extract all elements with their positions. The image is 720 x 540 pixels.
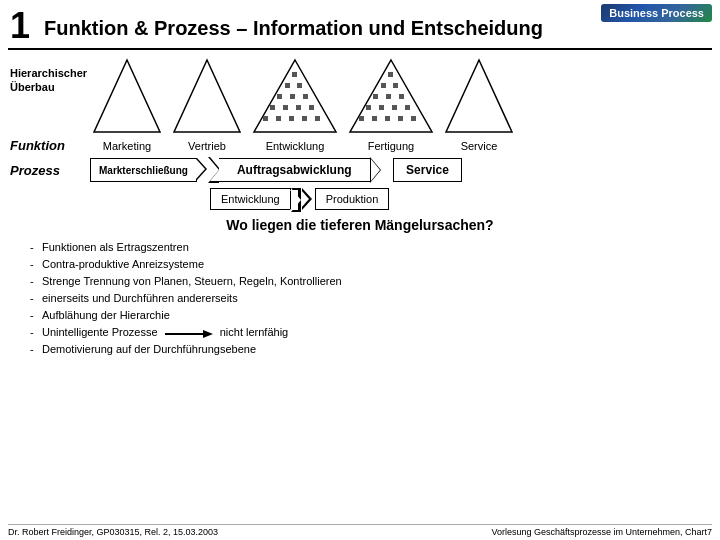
svg-rect-10: [270, 105, 275, 110]
bullets-list: Funktionen als Ertragszentren Contra-pro…: [10, 239, 710, 358]
svg-rect-29: [392, 105, 397, 110]
svg-marker-38: [203, 330, 213, 338]
svg-rect-14: [263, 116, 268, 121]
svg-rect-34: [398, 116, 403, 121]
funktion-row: Funktion Marketing Vertrieb Entwicklung …: [10, 138, 710, 153]
svg-rect-32: [372, 116, 377, 121]
prozess-boxes: Markterschließung Auftragsabwicklung: [90, 157, 710, 183]
prozess-sub-row: Entwicklung Produktion: [90, 187, 710, 211]
prozess-row: Prozess Markterschließung Auftragsabwick…: [10, 157, 710, 183]
svg-rect-13: [309, 105, 314, 110]
svg-rect-24: [373, 94, 378, 99]
funktion-item-service: Service: [442, 140, 516, 152]
arrow-line-icon: [165, 328, 213, 340]
svg-rect-35: [411, 116, 416, 121]
tri-vertrieb: [170, 56, 244, 136]
svg-rect-25: [386, 94, 391, 99]
tri-entwicklung: [250, 56, 340, 136]
svg-rect-4: [292, 72, 297, 77]
service-box: Service: [393, 158, 462, 182]
svg-marker-1: [174, 60, 240, 132]
funktion-items: Marketing Vertrieb Entwicklung Fertigung…: [90, 140, 710, 152]
divider: [8, 48, 712, 50]
svg-rect-16: [289, 116, 294, 121]
svg-rect-26: [399, 94, 404, 99]
svg-rect-33: [385, 116, 390, 121]
triangle-svg-fertigung: [346, 56, 436, 136]
tri-service: [442, 56, 516, 136]
funktion-item-vertrieb: Vertrieb: [170, 140, 244, 152]
bullet-1: Funktionen als Ertragszentren: [30, 239, 710, 256]
triangle-svg-vertrieb: [170, 56, 244, 136]
tri-fertigung: [346, 56, 436, 136]
prozess-label: Prozess: [10, 163, 90, 178]
svg-rect-11: [283, 105, 288, 110]
triangle-svg-entwicklung: [250, 56, 340, 136]
produktion-label: Produktion: [326, 193, 379, 205]
dot-pattern-fertigung: [359, 72, 416, 121]
question-line: Wo liegen die tieferen Mängelursachen?: [10, 217, 710, 233]
triangle-svg-marketing: [90, 56, 164, 136]
dot-pattern-entwicklung: [263, 72, 320, 121]
bullet-3: Strenge Trennung von Planen, Steuern, Re…: [30, 273, 710, 290]
svg-rect-22: [381, 83, 386, 88]
tri-marketing: [90, 56, 164, 136]
funktion-item-marketing: Marketing: [90, 140, 164, 152]
footer: Dr. Robert Freidinger, GP030315, Rel. 2,…: [8, 524, 712, 537]
footer-left: Dr. Robert Freidinger, GP030315, Rel. 2,…: [8, 527, 218, 537]
auftragsabwicklung-label: Auftragsabwicklung: [237, 163, 352, 177]
bullet-4: einerseits und Durchführen andererseits: [30, 290, 710, 307]
footer-right: Vorlesung Geschäftsprozesse im Unternehm…: [491, 527, 712, 537]
svg-rect-31: [359, 116, 364, 121]
svg-rect-9: [303, 94, 308, 99]
bullet-7: Demotivierung auf der Durchführungsebene: [30, 341, 710, 358]
slide-number: 1: [10, 8, 30, 44]
auftragsabwicklung-box: Auftragsabwicklung: [209, 157, 381, 183]
funktion-label: Funktion: [10, 138, 90, 153]
svg-rect-27: [366, 105, 371, 110]
bullet-6: Unintelligente Prozesse nicht lernfähig: [30, 324, 710, 341]
svg-rect-23: [393, 83, 398, 88]
svg-rect-5: [285, 83, 290, 88]
entwicklung-sub-label: Entwicklung: [221, 193, 280, 205]
svg-rect-18: [315, 116, 320, 121]
triangles-row: [90, 56, 710, 136]
triangle-svg-service: [442, 56, 516, 136]
funktion-item-fertigung: Fertigung: [346, 140, 436, 152]
svg-rect-30: [405, 105, 410, 110]
svg-rect-17: [302, 116, 307, 121]
produktion-box: Produktion: [315, 188, 390, 210]
page-title: Funktion & Prozess – Information und Ent…: [44, 8, 543, 40]
svg-rect-15: [276, 116, 281, 121]
svg-rect-21: [388, 72, 393, 77]
header: 1 Funktion & Prozess – Information und E…: [0, 0, 720, 48]
svg-rect-8: [290, 94, 295, 99]
markterschliessung-label: Markterschließung: [99, 165, 188, 176]
service-label: Service: [406, 163, 449, 177]
diagram-area: Hierarchischer Überbau: [10, 56, 710, 136]
hier-label: Hierarchischer Überbau: [10, 56, 90, 95]
funktion-item-entwicklung: Entwicklung: [250, 140, 340, 152]
svg-rect-28: [379, 105, 384, 110]
markterschliessung-box: Markterschließung: [90, 157, 197, 183]
entwicklung-sub-box: Entwicklung: [210, 187, 291, 211]
svg-marker-0: [94, 60, 160, 132]
svg-rect-6: [297, 83, 302, 88]
bullet-5: Aufblähung der Hierarchie: [30, 307, 710, 324]
bullet-2: Contra-produktive Anreizsysteme: [30, 256, 710, 273]
svg-rect-12: [296, 105, 301, 110]
svg-marker-36: [446, 60, 512, 132]
main-content: Hierarchischer Überbau: [0, 56, 720, 358]
svg-rect-7: [277, 94, 282, 99]
